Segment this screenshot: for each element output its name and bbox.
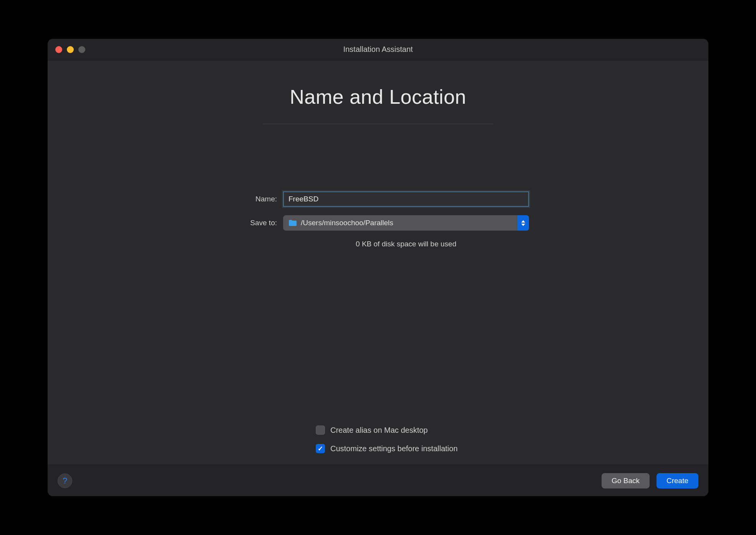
go-back-button[interactable]: Go Back — [602, 473, 650, 488]
minimize-window-button[interactable] — [67, 46, 74, 53]
divider — [263, 124, 493, 124]
dropdown-arrows-icon — [517, 215, 529, 231]
name-input[interactable] — [283, 191, 529, 207]
name-row: Name: — [227, 191, 529, 207]
alias-checkbox[interactable] — [316, 425, 325, 435]
footer: ? Go Back Create — [48, 465, 708, 496]
window-controls — [55, 46, 85, 53]
alias-option-row: Create alias on Mac desktop — [316, 425, 458, 435]
titlebar: Installation Assistant — [48, 39, 708, 60]
help-icon: ? — [63, 476, 67, 486]
options: Create alias on Mac desktop ✓ Customize … — [316, 425, 458, 453]
installation-assistant-window: Installation Assistant Name and Location… — [48, 39, 708, 496]
create-button[interactable]: Create — [657, 473, 698, 488]
check-icon: ✓ — [318, 445, 323, 453]
disk-usage-info: 0 KB of disk space will be used — [356, 240, 456, 248]
customize-label: Customize settings before installation — [330, 444, 458, 453]
saveto-label: Save to: — [227, 219, 277, 227]
name-label: Name: — [227, 195, 277, 203]
customize-option-row: ✓ Customize settings before installation — [316, 444, 458, 453]
form: Name: Save to: /Users/minsoochoo/Paralle… — [227, 191, 529, 231]
customize-checkbox[interactable]: ✓ — [316, 444, 325, 453]
page-title: Name and Location — [290, 85, 466, 108]
saveto-dropdown[interactable]: /Users/minsoochoo/Parallels — [283, 215, 529, 231]
content-area: Name and Location Name: Save to: /Users/… — [48, 60, 708, 465]
folder-icon — [288, 219, 297, 226]
window-title: Installation Assistant — [48, 45, 708, 54]
saveto-path: /Users/minsoochoo/Parallels — [301, 219, 517, 227]
alias-label: Create alias on Mac desktop — [330, 426, 428, 435]
zoom-window-button-disabled — [78, 46, 85, 53]
close-window-button[interactable] — [55, 46, 62, 53]
help-button[interactable]: ? — [58, 474, 72, 488]
saveto-row: Save to: /Users/minsoochoo/Parallels — [227, 215, 529, 231]
